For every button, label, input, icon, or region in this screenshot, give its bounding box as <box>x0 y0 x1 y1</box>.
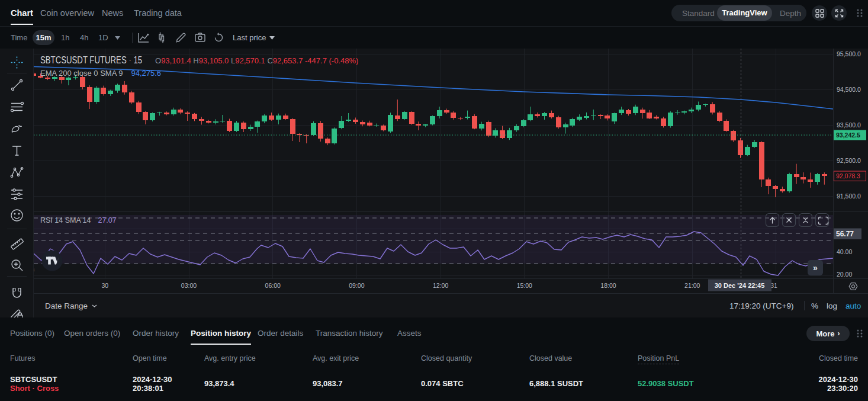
svg-text:94,500.0: 94,500.0 <box>837 86 861 93</box>
svg-text:15:00: 15:00 <box>517 282 532 289</box>
svg-text:56.77: 56.77 <box>836 230 854 238</box>
svg-text:18:00: 18:00 <box>600 282 616 289</box>
svg-text:93,242.5: 93,242.5 <box>836 131 860 139</box>
svg-text:30: 30 <box>101 282 108 289</box>
svg-text:92,078.3: 92,078.3 <box>836 172 860 179</box>
svg-text:12:00: 12:00 <box>433 282 448 289</box>
svg-text:40.00: 40.00 <box>837 248 852 255</box>
svg-text:06:00: 06:00 <box>265 282 281 289</box>
svg-text:95,500.0: 95,500.0 <box>837 50 861 57</box>
svg-text:93,500.0: 93,500.0 <box>837 121 861 129</box>
svg-text:»: » <box>813 263 818 272</box>
svg-text:21:00: 21:00 <box>684 282 700 289</box>
svg-text:30 Dec '24 22:45: 30 Dec '24 22:45 <box>715 282 765 289</box>
svg-text:20.00: 20.00 <box>837 271 852 278</box>
svg-text:91,500.0: 91,500.0 <box>837 193 861 200</box>
svg-text:03:00: 03:00 <box>181 282 197 289</box>
svg-text:09:00: 09:00 <box>349 282 364 289</box>
svg-text:92,500.0: 92,500.0 <box>837 157 861 164</box>
